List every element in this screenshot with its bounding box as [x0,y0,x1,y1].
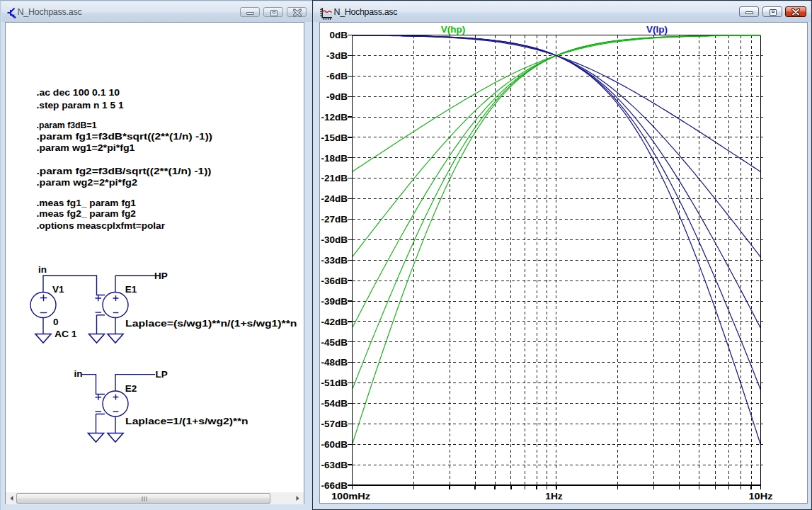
svg-text:-33dB: -33dB [321,255,348,266]
svg-text:in: in [74,368,82,379]
svg-text:-27dB: -27dB [321,214,348,225]
svg-text:.param wg2=2*pi*fg2: .param wg2=2*pi*fg2 [37,177,138,188]
svg-text:V(lp): V(lp) [646,24,668,35]
svg-text:-45dB: -45dB [321,337,348,348]
svg-text:-15dB: -15dB [321,132,348,143]
svg-text:.options meascplxfmt=polar: .options meascplxfmt=polar [37,220,166,231]
svg-text:.param f3dB=1: .param f3dB=1 [37,120,97,130]
svg-text:-48dB: -48dB [321,357,348,368]
svg-text:.param fg1=f3dB*sqrt((2**(1/n): .param fg1=f3dB*sqrt((2**(1/n) -1)) [37,131,213,142]
svg-text:-66dB: -66dB [321,480,348,491]
svg-text:100mHz: 100mHz [331,491,370,502]
svg-text:-21dB: -21dB [321,173,348,183]
svg-text:0: 0 [53,317,59,327]
svg-text:-36dB: -36dB [321,276,348,286]
svg-text:.meas fg2_ param fg2: .meas fg2_ param fg2 [37,208,137,219]
svg-text:.step param n 1 5 1: .step param n 1 5 1 [37,100,124,110]
svg-text:-3dB: -3dB [326,50,348,61]
svg-text:E1: E1 [125,284,137,295]
svg-text:AC 1: AC 1 [55,329,77,339]
svg-text:.meas fg1_ param fg1: .meas fg1_ param fg1 [37,198,137,208]
svg-text:Laplace=1/(1+s/wg2)**n: Laplace=1/(1+s/wg2)**n [125,416,248,426]
svg-text:E2: E2 [125,383,137,394]
svg-text:0dB: 0dB [329,30,348,40]
svg-text:-54dB: -54dB [321,398,348,409]
svg-text:-63dB: -63dB [321,460,348,470]
svg-text:10Hz: 10Hz [749,491,773,502]
svg-text:-18dB: -18dB [321,153,348,164]
svg-text:V1: V1 [52,284,64,295]
svg-text:LP: LP [156,369,168,380]
svg-text:-6dB: -6dB [326,71,348,81]
svg-text:in: in [38,264,47,275]
svg-text:Laplace=(s/wg1)**n/(1+s/wg1)**: Laplace=(s/wg1)**n/(1+s/wg1)**n [125,318,297,329]
svg-text:-42dB: -42dB [321,317,348,327]
svg-text:-12dB: -12dB [321,112,348,123]
svg-text:-30dB: -30dB [321,234,348,245]
svg-text:.param wg1=2*pi*fg1: .param wg1=2*pi*fg1 [37,142,136,153]
svg-text:-60dB: -60dB [321,439,348,450]
svg-text:-39dB: -39dB [321,296,348,307]
svg-text:V(hp): V(hp) [441,24,466,35]
svg-text:.ac dec 100 0.1 10: .ac dec 100 0.1 10 [37,87,120,98]
svg-text:-9dB: -9dB [326,91,348,102]
svg-text:-24dB: -24dB [321,193,348,204]
svg-text:-57dB: -57dB [321,419,348,429]
svg-text:-51dB: -51dB [321,378,348,388]
svg-text:1Hz: 1Hz [545,491,563,502]
svg-text:HP: HP [154,271,168,281]
svg-text:.param fg2=f3dB/sqrt((2**(1/n): .param fg2=f3dB/sqrt((2**(1/n) -1)) [37,166,212,176]
